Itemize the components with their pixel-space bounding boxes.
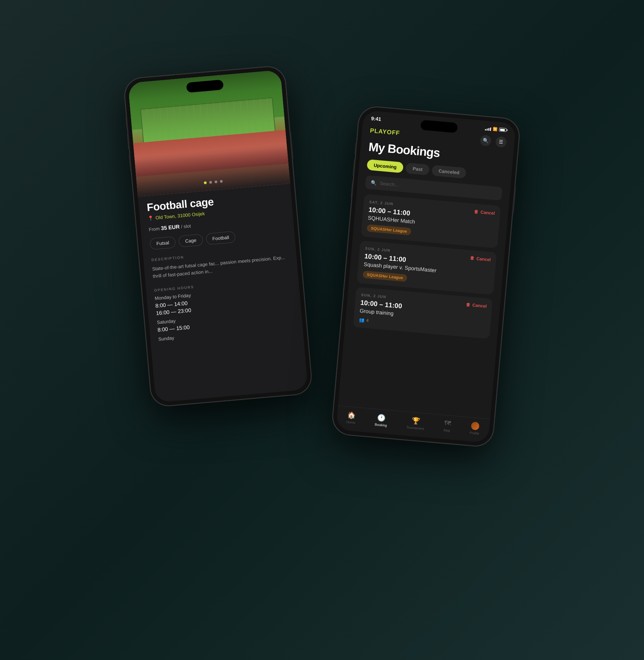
right-phone: 9:41 🛜 — [331, 105, 521, 447]
tag-cage[interactable]: Cage — [179, 234, 203, 247]
booking-card-3: SUN, 2 JUN 10:00 – 11:00 Group training … — [353, 287, 493, 339]
app-logo: PLAYOFF — [370, 127, 400, 137]
price-suffix: / slot — [181, 223, 191, 229]
map-icon: 🗺 — [444, 419, 451, 428]
trash-icon-3: 🗑 — [466, 302, 470, 307]
venue-content: Football cage 📍 Old Town, 31000 Osijek F… — [138, 183, 304, 354]
nav-booking[interactable]: 🕐 Booking — [375, 413, 388, 427]
cancel-button-1[interactable]: 🗑 Cancel — [474, 209, 495, 215]
price-prefix: From — [148, 226, 160, 232]
status-time: 9:41 — [371, 115, 382, 122]
nav-home-label: Home — [346, 420, 355, 424]
logo-off: OFF — [387, 128, 400, 136]
left-phone-screen: Football cage 📍 Old Town, 31000 Osijek F… — [128, 69, 308, 402]
right-phone-screen: 9:41 🛜 — [336, 110, 516, 442]
volume-up-button[interactable] — [127, 133, 130, 150]
nav-tournament[interactable]: 🏆 Tournament — [406, 416, 425, 430]
bookings-list: SAT, 2 JUN 10:00 – 11:00 SQHUASHer Match… — [345, 193, 509, 339]
nav-tournament-label: Tournament — [406, 425, 424, 431]
hero-dot-4[interactable] — [220, 180, 223, 183]
phones-container: Football cage 📍 Old Town, 31000 Osijek F… — [138, 45, 506, 615]
left-phone: Football cage 📍 Old Town, 31000 Osijek F… — [123, 65, 313, 407]
hero-dot-1[interactable] — [204, 181, 207, 184]
trash-icon-1: 🗑 — [474, 209, 479, 214]
home-icon: 🏠 — [347, 411, 356, 419]
nav-map[interactable]: 🗺 Map — [443, 419, 451, 433]
tournament-icon: 🏆 — [411, 416, 420, 425]
avatar — [470, 422, 479, 430]
signal-bar-1 — [485, 129, 486, 130]
venue-detail-screen: Football cage 📍 Old Town, 31000 Osijek F… — [128, 69, 308, 402]
battery-icon — [499, 128, 508, 132]
signal-bar-3 — [488, 128, 490, 131]
status-icons: 🛜 — [485, 126, 508, 132]
booking-card-1: SAT, 2 JUN 10:00 – 11:00 SQHUASHer Match… — [361, 194, 501, 248]
battery-body — [499, 128, 507, 132]
bottom-nav: 🏠 Home 🕐 Booking 🏆 Tournament 🗺 Map — [336, 405, 490, 442]
booking-icon: 🕐 — [377, 413, 386, 422]
league-badge-2: SQUASHer League — [363, 270, 407, 281]
nav-profile-label: Profile — [469, 431, 479, 435]
search-icon-button[interactable]: 🔍 — [480, 135, 492, 146]
tab-past[interactable]: Past — [406, 162, 430, 175]
volume-up-button-right[interactable] — [352, 159, 355, 176]
nav-home[interactable]: 🏠 Home — [346, 411, 356, 425]
header-icons: 🔍 ☰ — [480, 135, 507, 147]
signal-bar-2 — [487, 128, 488, 130]
nav-booking-label: Booking — [375, 423, 387, 427]
hero-dot-3[interactable] — [215, 180, 218, 183]
price-value: 35 EUR — [161, 224, 180, 231]
silent-button-right[interactable] — [354, 142, 357, 154]
cancel-label-1: Cancel — [480, 209, 495, 216]
tag-futsal[interactable]: Futsal — [150, 236, 176, 250]
participants-count: 4 — [366, 318, 369, 323]
nav-profile[interactable]: Profile — [469, 422, 480, 435]
volume-down-button-right[interactable] — [351, 181, 353, 197]
booking-card-2: SUN, 2 JUN 10:00 – 11:00 Squash player v… — [357, 240, 497, 295]
trash-icon-2: 🗑 — [470, 255, 475, 261]
power-button-right[interactable] — [512, 186, 516, 213]
signal-bar-4 — [490, 127, 491, 131]
cancel-label-3: Cancel — [472, 302, 487, 309]
bookings-screen: 9:41 🛜 — [336, 110, 516, 442]
nav-map-label: Map — [443, 428, 450, 433]
cancel-button-2[interactable]: 🗑 Cancel — [470, 255, 491, 262]
volume-down-button[interactable] — [129, 154, 132, 171]
battery-cap — [507, 129, 507, 131]
hero-dot-2[interactable] — [209, 181, 212, 184]
cancel-button-3[interactable]: 🗑 Cancel — [466, 302, 487, 309]
cancel-label-2: Cancel — [476, 256, 491, 262]
search-icon: 🔍 — [371, 180, 377, 185]
menu-icon-button[interactable]: ☰ — [495, 136, 507, 147]
location-icon: 📍 — [147, 215, 154, 221]
silent-button[interactable] — [125, 116, 128, 128]
search-placeholder: Search... — [380, 181, 399, 187]
participants-icon: 👥 — [359, 317, 364, 322]
hours-section: Monday to Friday 8:00 — 14:00 16:00 — 23… — [155, 283, 295, 342]
wifi-icon: 🛜 — [493, 127, 498, 131]
power-button[interactable] — [290, 132, 294, 159]
signal-icon — [485, 126, 491, 131]
logo-play: PLAY — [370, 127, 387, 135]
battery-fill — [500, 129, 505, 131]
league-badge-1: SQUASHer League — [367, 224, 411, 235]
tag-football[interactable]: Football — [206, 231, 236, 245]
